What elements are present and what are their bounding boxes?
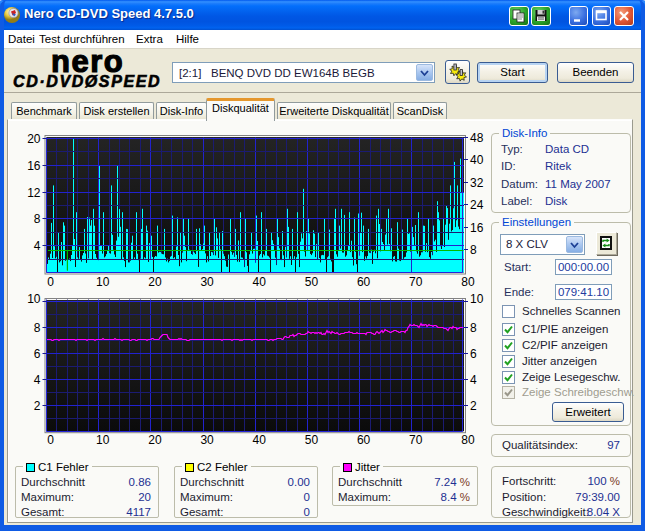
svg-text:2: 2 bbox=[34, 399, 41, 413]
svg-text:32: 32 bbox=[470, 176, 484, 190]
svg-text:40: 40 bbox=[470, 153, 484, 167]
svg-text:8: 8 bbox=[34, 212, 41, 226]
svg-text:20: 20 bbox=[148, 433, 162, 447]
svg-text:10: 10 bbox=[27, 292, 41, 306]
svg-text:60: 60 bbox=[357, 275, 371, 289]
svg-text:8: 8 bbox=[34, 321, 41, 335]
svg-text:40: 40 bbox=[253, 275, 267, 289]
svg-text:2: 2 bbox=[470, 399, 477, 413]
svg-text:70: 70 bbox=[409, 433, 423, 447]
svg-text:16: 16 bbox=[27, 159, 41, 173]
svg-text:6: 6 bbox=[34, 347, 41, 361]
svg-text:40: 40 bbox=[253, 433, 267, 447]
svg-text:4: 4 bbox=[34, 239, 41, 253]
svg-text:6: 6 bbox=[470, 347, 477, 361]
svg-text:48: 48 bbox=[470, 131, 484, 145]
svg-text:4: 4 bbox=[470, 373, 477, 387]
svg-text:80: 80 bbox=[461, 275, 475, 289]
svg-text:70: 70 bbox=[409, 275, 423, 289]
svg-text:0: 0 bbox=[47, 433, 54, 447]
svg-text:20: 20 bbox=[148, 275, 162, 289]
svg-text:8: 8 bbox=[470, 243, 477, 257]
svg-text:10: 10 bbox=[470, 292, 484, 306]
svg-text:16: 16 bbox=[470, 221, 484, 235]
svg-text:8: 8 bbox=[470, 321, 477, 335]
svg-text:10: 10 bbox=[96, 433, 110, 447]
svg-text:0: 0 bbox=[47, 275, 54, 289]
svg-text:4: 4 bbox=[34, 373, 41, 387]
svg-text:24: 24 bbox=[470, 198, 484, 212]
svg-text:10: 10 bbox=[96, 275, 110, 289]
svg-text:80: 80 bbox=[461, 433, 475, 447]
svg-text:30: 30 bbox=[200, 433, 214, 447]
svg-text:50: 50 bbox=[305, 433, 319, 447]
svg-text:20: 20 bbox=[27, 132, 41, 146]
svg-text:30: 30 bbox=[200, 275, 214, 289]
svg-text:50: 50 bbox=[305, 275, 319, 289]
svg-text:12: 12 bbox=[27, 186, 41, 200]
svg-text:60: 60 bbox=[357, 433, 371, 447]
